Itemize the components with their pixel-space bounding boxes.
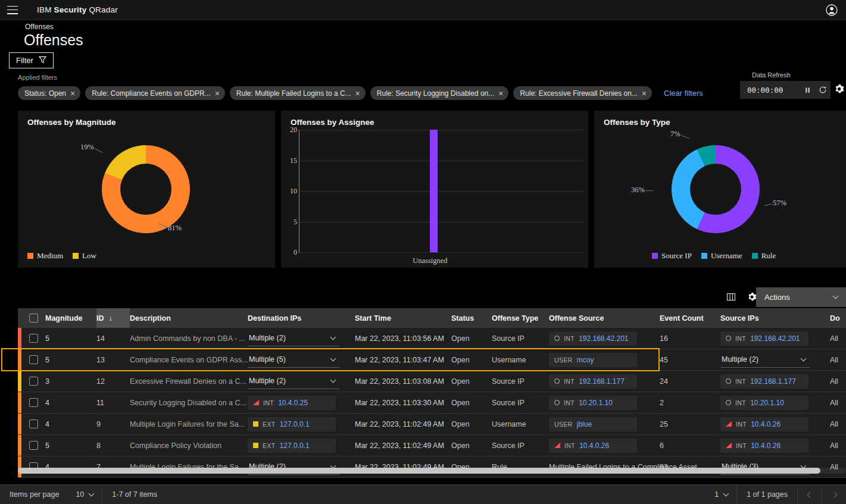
ip-tag[interactable]: INT192.168.42.201 (720, 331, 808, 346)
start-time-cell: Mar 22, 2023, 11:03:30 AM (355, 399, 451, 407)
row-checkbox[interactable] (29, 398, 38, 407)
ip-tag[interactable]: INT192.168.42.201 (549, 331, 637, 346)
legend-item[interactable]: Low (73, 251, 96, 261)
tag-close-icon[interactable]: × (355, 89, 360, 98)
tag-close-icon[interactable]: × (70, 89, 75, 98)
magnitude-cell: 5 (45, 356, 96, 364)
magnitude-donut-chart[interactable] (102, 145, 190, 233)
tag-close-icon[interactable]: × (498, 89, 503, 98)
previous-page-button[interactable] (798, 485, 822, 504)
square-icon (253, 421, 258, 427)
user-avatar-icon[interactable] (826, 4, 838, 16)
refresh-icon[interactable] (815, 81, 831, 99)
table-row[interactable]: 47Multiple Login Failures for the Sa...M… (18, 456, 846, 478)
ip-tag[interactable]: INT10.20.1.10 (720, 396, 808, 410)
row-checkbox[interactable] (29, 334, 38, 343)
destination-ips-dropdown[interactable]: Multiple (2) (248, 331, 339, 346)
filter-tag[interactable]: Rule: Multiple Failed Logins to a C...× (230, 86, 366, 100)
ip-tag[interactable]: USERmcoy (549, 353, 637, 367)
chart-card-magnitude: Offenses by Magnitude 19% 81% MediumLow (18, 111, 275, 268)
start-time-cell: Mar 22, 2023, 11:03:56 AM (355, 334, 451, 343)
pause-icon[interactable] (800, 81, 815, 99)
row-checkbox-cell (21, 441, 45, 450)
chevron-down-icon (89, 490, 95, 496)
chevron-down-icon (723, 490, 729, 496)
menu-icon[interactable] (7, 6, 18, 14)
status-cell: Open (451, 399, 492, 407)
chevron-left-icon (807, 492, 813, 497)
filter-tag[interactable]: Rule: Excessive Firewall Denies on...× (513, 86, 652, 100)
header-offense-source[interactable]: Offense Source (549, 308, 660, 328)
items-per-page-select[interactable]: 10 (67, 485, 102, 504)
bar-unassigned[interactable] (430, 130, 438, 252)
donut-callout: 81% (168, 224, 182, 233)
ip-tag[interactable]: EXT127.0.0.1 (248, 417, 336, 431)
ip-tag[interactable]: USERjblue (549, 417, 637, 431)
ip-tag[interactable]: INT10.4.0.26 (720, 417, 808, 431)
ip-tag[interactable]: INT10.4.0.25 (248, 396, 336, 410)
triangle-icon (554, 443, 560, 448)
domain-cell: All (830, 442, 846, 450)
legend-item[interactable]: Rule (752, 251, 776, 261)
actions-dropdown[interactable]: Actions (756, 287, 846, 307)
ip-tag[interactable]: INT10.4.0.26 (720, 439, 808, 453)
filter-tag[interactable]: Rule: Security Logging Disabled on...× (370, 86, 509, 100)
filter-tag[interactable]: Rule: Compliance Events on GDPR...× (85, 86, 225, 100)
table-row[interactable]: 411Security Logging Disabled on a C...IN… (18, 392, 846, 414)
header-offense-type[interactable]: Offense Type (492, 308, 549, 328)
header-id[interactable]: ID ↓ (96, 308, 130, 328)
settings-gear-icon[interactable] (833, 84, 845, 96)
row-checkbox[interactable] (29, 420, 38, 428)
table-row[interactable]: 49Multiple Login Failures for the Sa...E… (18, 414, 846, 435)
table-row[interactable]: 312Excessive Firewall Denies on a C...Mu… (18, 371, 846, 392)
table-row[interactable]: 58Compliance Policy ViolationEXT127.0.0.… (18, 435, 846, 456)
legend-item[interactable]: Medium (27, 251, 63, 261)
table-row[interactable]: 513Compliance Events on GDPR Ass...Multi… (18, 349, 846, 371)
ip-tag[interactable]: EXT127.0.0.1 (248, 439, 336, 453)
row-checkbox[interactable] (29, 377, 38, 386)
header-domain[interactable]: Do (830, 308, 846, 328)
filter-button[interactable]: Filter (9, 52, 54, 68)
header-status[interactable]: Status (451, 308, 492, 328)
page-number-select[interactable]: 1 (706, 485, 736, 504)
type-chart-legend: Source IPUsernameRule (652, 251, 776, 261)
header-description[interactable]: Description (130, 308, 248, 328)
select-all-checkbox[interactable] (29, 314, 38, 323)
destination-ips-dropdown[interactable]: Multiple (5) (248, 352, 339, 368)
ip-tag[interactable]: INT192.168.1.177 (549, 374, 637, 389)
header-destination-ips[interactable]: Destination IPs (248, 308, 355, 328)
tag-close-icon[interactable]: × (642, 89, 647, 98)
breadcrumb[interactable]: Offenses (25, 23, 54, 31)
ip-tag[interactable]: INT10.20.1.10 (549, 396, 637, 410)
data-refresh-controls: 00:00:00 (740, 81, 831, 99)
column-settings-icon[interactable] (724, 290, 738, 304)
filter-tag[interactable]: Status: Open× (18, 86, 80, 100)
legend-item[interactable]: Source IP (652, 251, 692, 261)
legend-item[interactable]: Username (701, 251, 742, 261)
charts-row: Offenses by Magnitude 19% 81% MediumLow … (18, 111, 846, 268)
type-donut-chart[interactable] (672, 145, 760, 233)
header-event-count[interactable]: Event Count (660, 308, 720, 328)
items-range-text: 1-7 of 7 items (102, 490, 167, 499)
destination-ips-dropdown[interactable]: Multiple (2) (248, 374, 339, 389)
row-checkbox[interactable] (29, 355, 38, 364)
header-source-ips[interactable]: Source IPs (720, 308, 830, 328)
event-count-cell: 24 (660, 377, 720, 386)
header-start-time[interactable]: Start Time (355, 308, 451, 328)
scrollbar-thumb[interactable] (18, 468, 820, 474)
row-checkbox[interactable] (29, 441, 38, 450)
assignee-bar-chart[interactable]: 20151050Unassigned (299, 130, 583, 253)
horizontal-scrollbar[interactable] (18, 468, 846, 474)
ip-tag[interactable]: INT192.168.1.177 (720, 374, 808, 389)
ip-tag[interactable]: INT10.4.0.26 (549, 439, 637, 453)
next-page-button[interactable] (822, 485, 846, 504)
donut-callout: 19% (73, 143, 94, 152)
source-ips-dropdown[interactable]: Multiple (2) (720, 352, 810, 368)
tag-close-icon[interactable]: × (215, 89, 220, 98)
description-cell: Security Logging Disabled on a C... (130, 399, 248, 407)
event-count-cell: 25 (660, 420, 720, 428)
header-magnitude[interactable]: Magnitude (45, 308, 96, 328)
table-row[interactable]: 514Admin Commands by non DBA - ...Multip… (18, 328, 846, 349)
chevron-right-icon (831, 492, 837, 497)
clear-filters-link[interactable]: Clear filters (664, 89, 703, 98)
